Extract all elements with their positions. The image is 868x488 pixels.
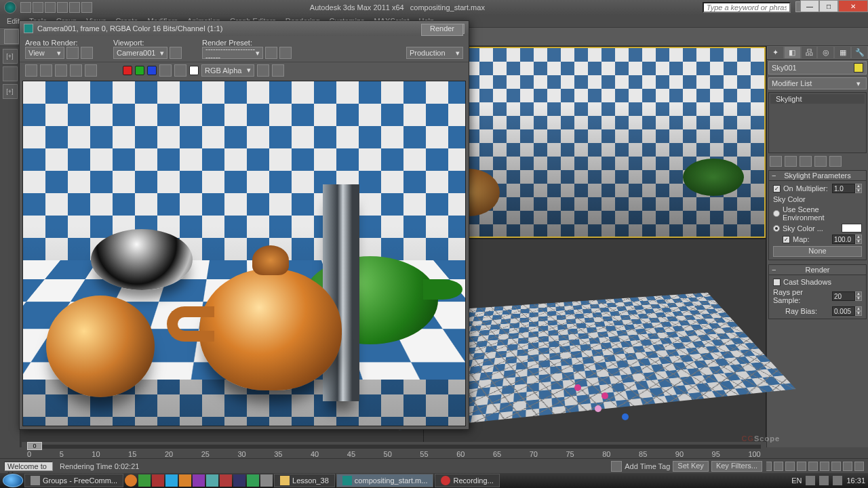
render-window-titlebar[interactable]: Camera001, frame 0, RGBA Color 16 Bits/C… [20,21,469,36]
copy-image-icon[interactable] [40,64,52,77]
clone-vfb-icon[interactable] [55,64,67,77]
taskbar-item[interactable]: compositing_start.m... [336,474,434,487]
minimize-button[interactable]: — [800,0,819,12]
use-env-radio[interactable] [773,210,780,217]
clear-icon[interactable] [85,64,97,77]
bias-spinner[interactable]: ▲▼ [832,306,862,316]
play-icon[interactable] [785,462,795,471]
start-button[interactable] [3,474,23,487]
alpha-channel-icon[interactable] [159,64,172,77]
rays-spinner[interactable]: ▲▼ [832,291,862,301]
environment-icon[interactable] [279,47,292,59]
mono-channel-icon[interactable] [174,64,186,77]
close-button[interactable]: ✕ [838,0,868,12]
nav-icon[interactable] [854,462,864,471]
add-time-tag[interactable]: Add Time Tag [625,462,670,470]
maxscript-prompt[interactable]: Welcome to M [4,462,53,471]
toggle-overlay-icon[interactable] [272,64,284,77]
prev-frame-icon[interactable] [774,462,783,471]
pinned-app-icon[interactable] [138,474,151,487]
keyfilters-button[interactable]: Key Filters... [711,461,762,472]
left-tool-icon[interactable]: [+] [3,49,18,64]
time-tag-icon[interactable] [611,461,622,472]
help-search-input[interactable] [703,2,791,13]
tab-display-icon[interactable]: ▦ [834,46,851,59]
qat-open-icon[interactable] [33,2,43,13]
production-dropdown[interactable]: Production▾ [406,47,463,59]
left-tool-icon[interactable]: [+] [3,84,18,99]
time-slider[interactable]: 0 0510 152025 303540 455055 606570 75808… [22,442,766,458]
on-checkbox[interactable]: ✓ [773,185,781,192]
pinned-app-icon[interactable] [220,474,232,487]
print-icon[interactable] [70,64,82,77]
tab-modify-icon[interactable]: ◧ [784,46,801,59]
lock-viewport-icon[interactable] [170,47,182,59]
left-tool-icon[interactable] [3,66,18,81]
qat-new-icon[interactable] [20,2,31,13]
pinned-app-icon[interactable] [193,474,205,487]
blue-channel-icon[interactable] [147,66,157,75]
pinned-app-icon[interactable] [179,474,191,487]
next-frame-icon[interactable] [797,462,806,471]
tab-hierarchy-icon[interactable]: 品 [801,46,818,59]
cast-shadows-checkbox[interactable] [773,279,781,286]
rendered-image[interactable]: ↖ [22,81,466,426]
time-slider-handle[interactable]: 0 [27,442,42,450]
pinned-filezilla-icon[interactable] [152,474,164,487]
map-checkbox[interactable]: ✓ [783,236,790,243]
red-channel-icon[interactable] [123,66,132,75]
nav-icon[interactable] [820,462,829,471]
pinned-skype-icon[interactable] [165,474,178,487]
rollout-header[interactable]: −Render [769,265,866,275]
rollout-header[interactable]: −Skylight Parameters [769,171,866,181]
qat-redo-icon[interactable] [69,2,80,13]
auto-region-icon[interactable] [81,47,93,59]
save-image-icon[interactable] [25,64,37,77]
color-swatch-icon[interactable] [189,66,199,75]
tab-create-icon[interactable]: ✦ [767,46,784,59]
sky-color-swatch[interactable] [842,224,862,232]
viewport-dropdown[interactable]: Camera001▾ [113,47,167,59]
pinned-app-icon[interactable] [260,474,273,487]
show-end-result-icon[interactable] [785,156,797,167]
stack-item-skylight[interactable]: Skylight [770,94,865,104]
map-spinner[interactable]: ▲▼ [832,235,862,244]
tab-utilities-icon[interactable]: 🔧 [851,46,868,59]
lang-indicator[interactable]: EN [791,476,802,485]
tab-motion-icon[interactable]: ◎ [817,46,834,59]
modifier-list-dropdown[interactable]: Modifier List▾ [768,77,867,89]
nav-icon[interactable] [843,462,852,471]
pinned-app-icon[interactable] [206,474,218,487]
tray-network-icon[interactable] [819,476,829,485]
taskbar-item[interactable]: Recording... [435,474,499,487]
render-button[interactable]: Render [421,24,463,36]
object-color-swatch[interactable] [854,63,863,73]
multiplier-spinner[interactable]: ▲▼ [832,184,862,193]
green-channel-icon[interactable] [135,66,144,75]
setkey-button[interactable]: Set Key [673,461,709,472]
area-to-render-dropdown[interactable]: View▾ [25,47,64,59]
pinned-app-icon[interactable] [247,474,259,487]
qat-save-icon[interactable] [45,2,56,13]
pinned-app-icon[interactable] [233,474,245,487]
taskbar-item[interactable]: Groups - FreeComm... [24,474,123,487]
toolbar-button[interactable] [4,29,19,44]
map-none-button[interactable]: None [773,246,862,257]
tray-volume-icon[interactable] [833,476,842,485]
taskbar-item[interactable]: Lesson_38 [274,474,335,487]
viewport-user[interactable]: aces + HW | [423,239,766,447]
make-unique-icon[interactable] [800,156,812,167]
object-name-field[interactable]: Sky001 [768,61,867,75]
goto-end-icon[interactable] [808,462,818,471]
render-setup-icon[interactable] [265,47,277,59]
channel-dropdown[interactable]: RGB Alpha▾ [201,64,254,77]
viewport-perspective[interactable] [423,46,766,239]
qat-more-icon[interactable] [81,2,92,13]
toggle-ui-icon[interactable] [257,64,269,77]
pin-stack-icon[interactable] [770,156,782,167]
menu-edit[interactable]: Edit [7,17,20,25]
nav-icon[interactable] [831,462,841,471]
clock[interactable]: 16:31 [846,476,865,485]
tray-icon[interactable] [806,476,815,485]
pinned-firefox-icon[interactable] [125,474,137,487]
